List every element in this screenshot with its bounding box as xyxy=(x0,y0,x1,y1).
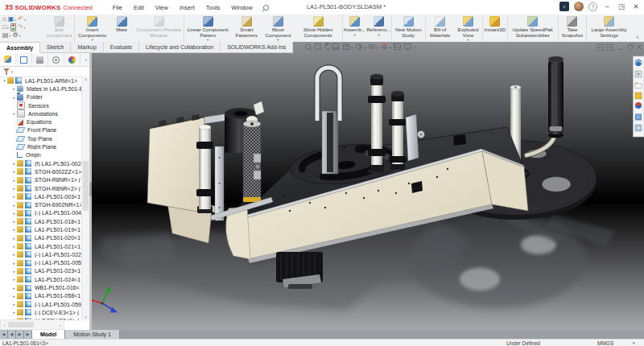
tree-item[interactable]: ▸ STGH-6002ZZ<1> xyxy=(0,167,82,175)
tree-item[interactable]: ▸ LA1-PL501-023<1 xyxy=(0,267,82,275)
tab-nav-button[interactable]: ▶ xyxy=(24,330,32,339)
tree-item[interactable]: Right Plane xyxy=(0,142,82,150)
tree-item[interactable]: ▸ Mates in LA1-PL501-E xyxy=(0,84,82,93)
menu-item[interactable]: File xyxy=(107,4,128,11)
ribbon-button[interactable]: Linear Component Pattern ▾ xyxy=(184,14,231,42)
filter-icon[interactable] xyxy=(3,68,10,75)
ribbon-button[interactable]: Instant3D xyxy=(482,14,507,42)
tree-item[interactable]: ▸ (-) LA1-PL501-005 xyxy=(0,259,82,267)
qat-icon[interactable]: ↷▾ xyxy=(18,24,26,31)
expand-arrow-icon[interactable]: ▸ xyxy=(11,86,17,91)
ribbon-button[interactable]: Referenc... ▾ xyxy=(367,14,391,42)
menu-item[interactable]: View xyxy=(150,4,174,11)
command-tab[interactable]: Assembly xyxy=(0,42,40,53)
scrollbar-thumb[interactable] xyxy=(83,161,89,211)
document-tab[interactable]: Model xyxy=(32,330,65,339)
menu-item[interactable]: Edit xyxy=(128,4,150,11)
tree-item[interactable]: ▸ STGH-6902NR<1> xyxy=(0,200,82,208)
ribbon-button[interactable]: Insert Components ▾ xyxy=(74,14,109,42)
ribbon-button[interactable]: New Motion Study xyxy=(391,14,425,42)
titlebar-control-icon[interactable]: › xyxy=(559,2,569,11)
forum-icon[interactable] xyxy=(635,125,642,131)
tab-nav-button[interactable]: ◀ xyxy=(8,330,16,339)
ribbon-button[interactable]: Component Preview Window xyxy=(134,14,184,42)
expand-arrow-icon[interactable]: ▸ xyxy=(11,186,17,191)
tab-nav-button[interactable]: ▶ xyxy=(16,330,24,339)
tree-item[interactable]: ▸ LA1-PL501-021<1 xyxy=(0,242,82,250)
tab-nav-button[interactable]: ◀ xyxy=(0,330,8,339)
tree-horizontal-scrollbar[interactable]: ‹ › xyxy=(0,319,64,330)
command-tab[interactable]: Lifecycle and Collaboration xyxy=(139,42,221,53)
tree-item[interactable]: ▸ LA1-PL501-020<1 xyxy=(0,234,82,242)
ribbon-button[interactable]: Move Component ▾ xyxy=(262,14,294,42)
command-tab[interactable]: Evaluate xyxy=(104,42,139,53)
tree-item[interactable]: ▸ (-) LA1-PL501-059 xyxy=(0,300,82,308)
ribbon-button[interactable]: Large Assembly Settings xyxy=(586,14,631,42)
qat-icon[interactable]: ▣▾ xyxy=(8,16,17,23)
tree-item[interactable]: ▸ LA1-PL501-024<1 xyxy=(0,275,82,283)
ribbon-button[interactable]: Bill of Materials xyxy=(425,14,454,42)
units-selector[interactable]: MMGS xyxy=(597,340,613,346)
ribbon-button[interactable]: Smart Fasteners xyxy=(231,14,262,42)
expand-arrow-icon[interactable]: ▸ xyxy=(11,111,17,116)
tree-item[interactable]: ▸ Folder xyxy=(0,93,82,101)
expand-arrow-icon[interactable]: ▸ xyxy=(11,286,17,290)
tree-item[interactable]: Sensors xyxy=(0,101,82,109)
tree-item[interactable]: Origin xyxy=(0,151,82,159)
dropdown-caret-icon[interactable]: ▾ xyxy=(353,34,355,37)
command-tab[interactable]: SOLIDWORKS Add-Ins xyxy=(221,42,293,53)
design-library-icon[interactable] xyxy=(635,71,642,77)
tree-vertical-scrollbar[interactable]: ▲ ▼ xyxy=(81,76,89,320)
appearances-icon[interactable] xyxy=(635,102,642,109)
dropdown-caret-icon[interactable]: ▾ xyxy=(19,34,21,38)
tree-item[interactable]: ▸ (f) LA1-PL501-002 xyxy=(0,159,82,167)
scrollbar-thumb[interactable] xyxy=(8,322,34,327)
expand-arrow-icon[interactable]: ▸ xyxy=(11,227,17,232)
expand-arrow-icon[interactable]: ▸ xyxy=(11,252,17,257)
expand-arrow-icon[interactable]: ▸ xyxy=(11,294,17,299)
menu-item[interactable]: Tools xyxy=(200,4,226,11)
guide-roller-left[interactable] xyxy=(196,125,213,213)
qat-icon[interactable]: ▤▾ xyxy=(2,32,11,39)
expand-arrow-icon[interactable]: ▸ xyxy=(11,219,17,224)
expand-arrow-icon[interactable]: ▸ xyxy=(11,194,17,199)
handle-grip[interactable] xyxy=(548,58,564,134)
titlebar-control-icon[interactable] xyxy=(574,2,584,11)
tree-item[interactable]: Top Plane xyxy=(0,134,82,142)
expand-arrow-icon[interactable]: ▸ xyxy=(11,244,17,249)
tree-item[interactable]: ▸ (-) DCEV-E3<1> ( xyxy=(0,308,82,316)
units-caret-icon[interactable]: ▾ xyxy=(633,340,635,345)
tree-item[interactable]: ▸ WB1-PL501-016< xyxy=(0,283,82,291)
dropdown-caret-icon[interactable]: ▾ xyxy=(7,26,9,30)
expand-arrow-icon[interactable]: ▸ xyxy=(11,161,17,166)
tree-panel-tab[interactable] xyxy=(32,53,48,66)
expand-arrow-icon[interactable]: ▸ xyxy=(11,277,17,282)
ribbon-button[interactable]: Exploded View ▾ xyxy=(454,14,481,42)
tree-item[interactable]: ▸ LA1-PL501-058<1 xyxy=(0,292,82,300)
tree-item[interactable]: ▾ LA1-PL501-ARM<1> xyxy=(0,76,82,84)
3dexperience-icon[interactable] xyxy=(635,60,642,66)
dropdown-caret-icon[interactable]: ▾ xyxy=(10,34,11,38)
tree-item[interactable]: ▸ LA1-PL501-018<1 xyxy=(0,217,82,225)
command-tab[interactable]: Sketch xyxy=(40,42,71,53)
titlebar-control-icon[interactable]: – xyxy=(602,2,612,11)
ribbon-button[interactable]: Assemb... ▾ xyxy=(342,14,367,42)
menu-item[interactable]: Insert xyxy=(174,4,200,11)
expand-arrow-icon[interactable]: ▸ xyxy=(11,310,17,315)
ribbon-collapse-button[interactable]: ∧ xyxy=(631,14,644,42)
command-tab[interactable]: Markup xyxy=(71,42,103,53)
tree-panel-tab[interactable] xyxy=(0,53,16,66)
graphics-area[interactable] xyxy=(0,42,644,332)
dropdown-caret-icon[interactable]: ▾ xyxy=(24,26,26,30)
tree-item[interactable]: ▸ LA1-PL501-019<1 xyxy=(0,225,82,233)
tree-item[interactable]: ▸ LA1-PL501-003<1 xyxy=(0,192,82,200)
expand-arrow-icon[interactable]: ▸ xyxy=(11,261,17,266)
qat-icon[interactable]: ⌂ xyxy=(2,16,6,23)
view-palette-icon[interactable] xyxy=(635,93,642,99)
ribbon-button[interactable]: Edit Component xyxy=(44,14,74,42)
expand-arrow-icon[interactable]: ▸ xyxy=(11,95,17,100)
tree-panel-tab[interactable] xyxy=(48,53,64,66)
qat-icon[interactable]: □▾ xyxy=(2,24,9,31)
tree-item[interactable]: Front Plane xyxy=(0,126,82,134)
dropdown-caret-icon[interactable]: ▾ xyxy=(378,34,379,37)
